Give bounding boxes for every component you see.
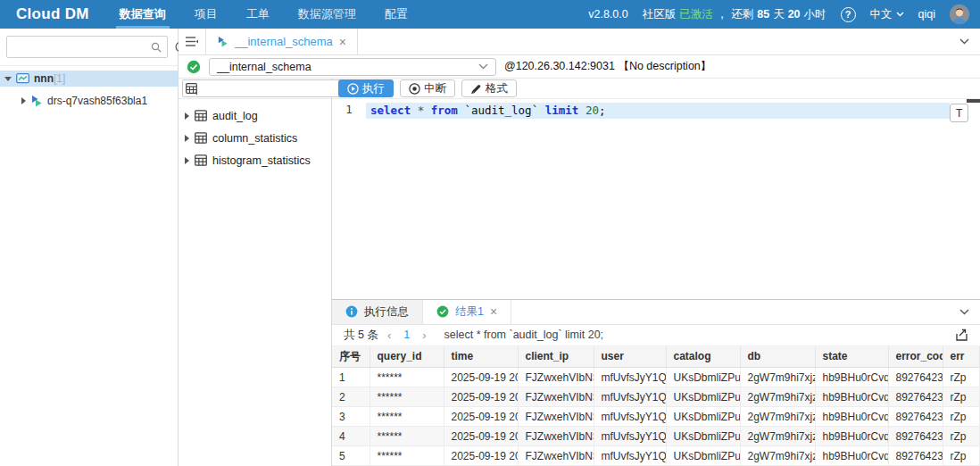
table-cell[interactable]: UKsDbmliZPufg [666,446,740,466]
column-header[interactable]: catalog [666,346,740,368]
table-cell[interactable]: 2gW7m9hi7xjzs [740,427,815,446]
table-list-item[interactable]: histogram_statistics [179,149,331,171]
table-cell[interactable]: 2025-09-19 20 [444,368,518,387]
expand-caret-icon[interactable] [21,97,26,104]
table-cell[interactable]: UKsDbmliZPufg [666,368,740,387]
object-type-icon[interactable] [186,83,201,94]
next-page-icon[interactable]: › [413,329,435,342]
table-list-item[interactable]: column_statistics [179,127,331,149]
table-row[interactable]: 4******2025-09-19 20FJZwxehVIbNSsmfUvfsJ… [332,427,980,446]
table-cell[interactable]: rZp [943,407,980,427]
nav-item[interactable]: 工单 [232,0,284,29]
interrupt-button[interactable]: 中断 [400,79,455,97]
table-cell[interactable]: 2gW7m9hi7xjzs [740,387,815,407]
table-cell[interactable]: UKsDbmliZPufg [666,407,740,427]
run-button[interactable]: 执行 [338,79,394,97]
format-button[interactable]: 格式 [461,79,517,97]
column-header[interactable]: db [740,346,815,368]
table-cell[interactable]: 2gW7m9hi7xjzs [740,446,815,466]
expand-caret-icon[interactable] [185,135,189,142]
table-cell[interactable]: 89276423 [888,446,943,466]
table-cell[interactable]: FJZwxehVIbNSs [518,407,594,427]
table-cell[interactable]: 89276423 [888,368,943,387]
column-header[interactable]: query_id [370,346,444,368]
table-cell[interactable]: 1 [332,368,370,387]
table-cell[interactable]: hb9BHu0rCvqJ0 [815,446,888,466]
table-cell[interactable]: 3 [332,407,370,427]
table-cell[interactable]: ****** [370,368,444,387]
table-row[interactable]: 2******2025-09-19 20FJZwxehVIbNSsmfUvfsJ… [332,387,980,407]
column-header[interactable]: err [943,346,980,368]
table-cell[interactable]: ****** [370,446,444,466]
table-cell[interactable]: mfUvfsJyY1QDg [594,368,666,387]
export-icon[interactable] [955,329,968,342]
table-cell[interactable]: rZp [943,387,980,407]
table-cell[interactable]: hb9BHu0rCvqJ0 [815,368,888,387]
table-row[interactable]: 3******2025-09-19 20FJZwxehVIbNSsmfUvfsJ… [332,407,980,427]
table-cell[interactable]: FJZwxehVIbNSs [518,446,594,466]
table-cell[interactable]: FJZwxehVIbNSs [518,387,594,407]
table-cell[interactable]: 2025-09-19 20 [444,446,518,466]
table-row[interactable]: 1******2025-09-19 20FJZwxehVIbNSsmfUvfsJ… [332,368,980,387]
results-tabs-chevron-icon[interactable] [949,300,980,324]
schema-select[interactable]: __internal_schema [209,58,496,76]
table-cell[interactable]: hb9BHu0rCvqJ0 [815,387,888,407]
table-cell[interactable]: hb9BHu0rCvqJ0 [815,407,888,427]
table-cell[interactable]: ****** [370,387,444,407]
avatar[interactable] [950,4,969,24]
username-label[interactable]: qiqi [918,8,935,21]
nav-item[interactable]: 配置 [370,0,422,29]
table-cell[interactable]: UKsDbmliZPufg [666,387,740,407]
column-header[interactable]: client_ip [518,346,594,368]
nav-item[interactable]: 数据查询 [105,0,180,29]
text-mode-button[interactable]: T [950,104,968,122]
table-cell[interactable]: 2025-09-19 20 [444,387,518,407]
table-cell[interactable]: FJZwxehVIbNSs [518,427,594,446]
code-line[interactable]: select * from `audit_log` limit 20; [366,103,950,119]
column-header[interactable]: state [815,346,888,368]
tree-item-datasource[interactable]: drs-q7vash85f63bla1 [0,93,178,109]
table-cell[interactable]: 2025-09-19 20 [444,427,518,446]
table-filter-input[interactable] [201,82,339,95]
sql-editor[interactable]: 1 select * from `audit_log` limit 20; T [332,99,980,299]
tab-exec-info[interactable]: 执行信息 [332,300,423,324]
column-header[interactable]: time [444,346,518,368]
expand-caret-icon[interactable] [185,112,189,120]
language-selector[interactable]: 中文 [870,7,904,22]
editor-scrollbar[interactable] [967,99,980,103]
table-cell[interactable]: 2gW7m9hi7xjzs [740,407,815,427]
page-number[interactable]: 1 [400,329,413,341]
table-cell[interactable]: 89276423 [888,407,943,427]
prev-page-icon[interactable]: ‹ [378,329,400,342]
column-header[interactable]: 序号 [332,346,370,368]
code-area[interactable]: select * from `audit_log` limit 20; [366,99,950,299]
table-cell[interactable]: hb9BHu0rCvqJ0 [815,427,888,446]
tab-result-1[interactable]: 结果1 × [423,300,511,324]
table-cell[interactable]: mfUvfsJyY1QDg [594,427,666,446]
table-row[interactable]: 5******2025-09-19 20FJZwxehVIbNSsmfUvfsJ… [332,446,980,466]
search-input[interactable] [12,41,151,54]
column-header[interactable]: user [594,346,666,368]
table-cell[interactable]: mfUvfsJyY1QDg [594,446,666,466]
tab-list-chevron-icon[interactable] [949,29,980,54]
table-cell[interactable]: FJZwxehVIbNSs [518,368,594,387]
column-header[interactable]: error_code [888,346,943,368]
table-cell[interactable]: rZp [943,368,980,387]
tree-item-group[interactable]: nnn[1] [0,71,178,87]
table-cell[interactable]: 5 [332,446,370,466]
table-cell[interactable]: 4 [332,427,370,446]
tab-internal-schema[interactable]: __internal_schema × [206,29,358,54]
table-cell[interactable]: 2 [332,387,370,407]
table-cell[interactable]: rZp [943,427,980,446]
collapse-sidebar-icon[interactable] [179,29,206,54]
app-logo[interactable]: Cloud DM [16,5,89,23]
close-icon[interactable]: × [339,36,346,48]
table-list-item[interactable]: audit_log [179,104,331,127]
table-cell[interactable]: UKsDbmliZPufg [666,427,740,446]
sidebar-search[interactable] [6,36,168,58]
table-cell[interactable]: rZp [943,446,980,466]
nav-item[interactable]: 数据源管理 [284,0,370,29]
close-icon[interactable]: × [490,305,497,318]
table-cell[interactable]: mfUvfsJyY1QDg [594,407,666,427]
nav-item[interactable]: 项目 [180,0,232,29]
